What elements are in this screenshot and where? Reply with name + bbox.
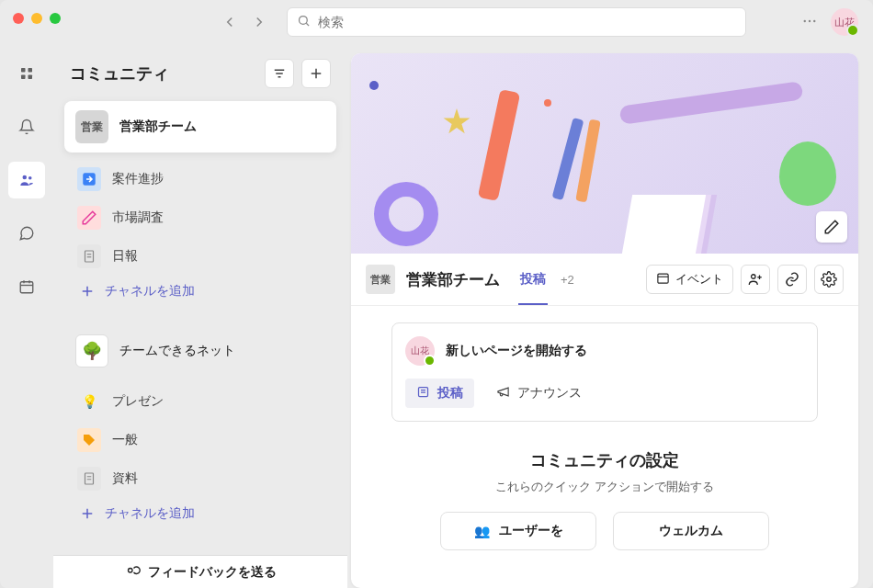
search-box[interactable] [287, 7, 746, 37]
community-badge: 営業 [75, 110, 108, 143]
compose-announce-label: アナウンス [517, 385, 582, 401]
svg-rect-32 [658, 274, 668, 283]
channel-label: 資料 [112, 470, 138, 487]
channel-item[interactable]: 市場調査 [64, 198, 336, 237]
svg-point-34 [752, 275, 756, 279]
panel-title: コミュニティ [70, 62, 169, 85]
content-header: 営業 営業部チーム 投稿 +2 イベント [351, 254, 858, 306]
nav-arrows [217, 9, 272, 35]
channel-item[interactable]: 💡 プレゼン [64, 382, 336, 421]
feedback-label: フィードバックを送る [148, 564, 277, 581]
content-area: 営業 営業部チーム 投稿 +2 イベント [347, 44, 873, 588]
channel-label: プレゼン [112, 393, 164, 410]
channel-item[interactable]: 日報 [64, 237, 336, 276]
edit-banner-button[interactable] [816, 211, 847, 243]
filter-button[interactable] [265, 59, 294, 88]
channel-label: 日報 [112, 248, 138, 265]
minimize-window[interactable] [31, 13, 42, 24]
svg-point-0 [300, 17, 308, 25]
community-item-sales[interactable]: 営業 営業部チーム [64, 101, 336, 153]
add-channel-button[interactable]: チャネルを追加 [64, 498, 336, 529]
channel-item[interactable]: 案件進捗 [64, 160, 336, 198]
quick-card-users[interactable]: 👥 ユーザーを [440, 512, 596, 550]
search-icon [297, 14, 311, 30]
document-icon [77, 467, 101, 491]
svg-rect-21 [85, 251, 94, 262]
content-badge: 営業 [366, 265, 395, 294]
users-icon: 👥 [474, 524, 490, 538]
add-channel-label: チャネルを追加 [105, 283, 195, 300]
nav-back[interactable] [217, 9, 243, 35]
svg-point-3 [809, 19, 811, 21]
svg-rect-5 [21, 68, 26, 73]
compose-post-label: 投稿 [437, 385, 463, 401]
decor-star [443, 108, 471, 136]
panel-header-buttons [265, 59, 331, 88]
rail-chat[interactable] [8, 215, 45, 252]
compose-announce-button[interactable]: アナウンス [485, 379, 593, 408]
main-area: コミュニティ 営業 営業部チーム 案件進捗 市場調査 [0, 44, 873, 588]
settings-subtitle: これらのクイック アクションで開始する [391, 479, 818, 495]
channel-list: 案件進捗 市場調査 日報 チャネルを追加 [64, 160, 336, 307]
post-icon [416, 385, 430, 401]
tag-icon [77, 428, 101, 452]
tab-post[interactable]: 投稿 [518, 266, 548, 293]
decor-dot [544, 99, 551, 107]
community-item-team[interactable]: 🌳 チームできるネット [64, 325, 336, 377]
nav-forward[interactable] [246, 9, 272, 35]
topbar: 山花 [0, 0, 873, 44]
close-window[interactable] [13, 13, 24, 24]
document-icon [77, 244, 101, 268]
add-channel-label: チャネルを追加 [105, 505, 195, 522]
panel-header: コミュニティ [64, 59, 336, 88]
tree-icon: 🌳 [75, 334, 108, 368]
megaphone-icon [496, 385, 510, 401]
rail-calendar[interactable] [8, 268, 45, 305]
channel-item[interactable]: 一般 [64, 421, 336, 459]
channel-item[interactable]: 資料 [64, 459, 336, 498]
svg-rect-7 [21, 75, 26, 80]
content-actions: イベント [646, 265, 844, 294]
hero-banner [351, 53, 858, 254]
svg-rect-6 [28, 68, 33, 73]
maximize-window[interactable] [50, 13, 61, 24]
svg-point-10 [28, 176, 32, 180]
decor-ring [374, 182, 438, 246]
svg-point-37 [827, 277, 832, 282]
decor-balloon [779, 141, 836, 206]
sidebar-panel: コミュニティ 営業 営業部チーム 案件進捗 市場調査 [53, 44, 347, 588]
search-input[interactable] [318, 15, 736, 29]
community-label: 営業部チーム [119, 119, 197, 135]
content-title: 営業部チーム [406, 269, 500, 290]
top-actions: 山花 [798, 8, 858, 36]
events-button[interactable]: イベント [646, 265, 733, 294]
people-button[interactable] [741, 265, 770, 294]
pencil-icon [77, 206, 101, 230]
svg-rect-26 [85, 473, 94, 484]
sidebar-rail [0, 44, 53, 588]
channel-label: 案件進捗 [112, 171, 164, 187]
add-channel-button[interactable]: チャネルを追加 [64, 276, 336, 307]
rail-activity[interactable] [8, 55, 45, 92]
settings-button[interactable] [814, 265, 844, 294]
tabs: 投稿 +2 [518, 266, 574, 293]
rail-notifications[interactable] [8, 108, 45, 145]
app-window: 山花 コミュニティ 営業 営業部チーム [0, 0, 873, 588]
community-label: チームできるネット [119, 343, 235, 359]
user-avatar[interactable]: 山花 [831, 8, 858, 36]
arrow-icon [77, 167, 101, 191]
feedback-button[interactable]: フィードバックを送る [53, 555, 347, 588]
quick-card-label: ウェルカム [659, 523, 723, 539]
quick-card-welcome[interactable]: ウェルカム [613, 512, 769, 550]
rail-communities[interactable] [8, 162, 45, 198]
add-community-button[interactable] [301, 59, 331, 88]
svg-point-9 [23, 175, 28, 180]
more-menu[interactable] [798, 9, 822, 36]
link-button[interactable] [777, 265, 807, 294]
avatar-initials: 山花 [834, 16, 855, 29]
composer-row[interactable]: 山花 新しいページを開始する [405, 336, 804, 366]
composer: 山花 新しいページを開始する 投稿 アナウンス [391, 322, 818, 422]
decor-ribbon [619, 81, 804, 125]
tab-more[interactable]: +2 [561, 273, 574, 287]
compose-post-button[interactable]: 投稿 [405, 379, 474, 408]
